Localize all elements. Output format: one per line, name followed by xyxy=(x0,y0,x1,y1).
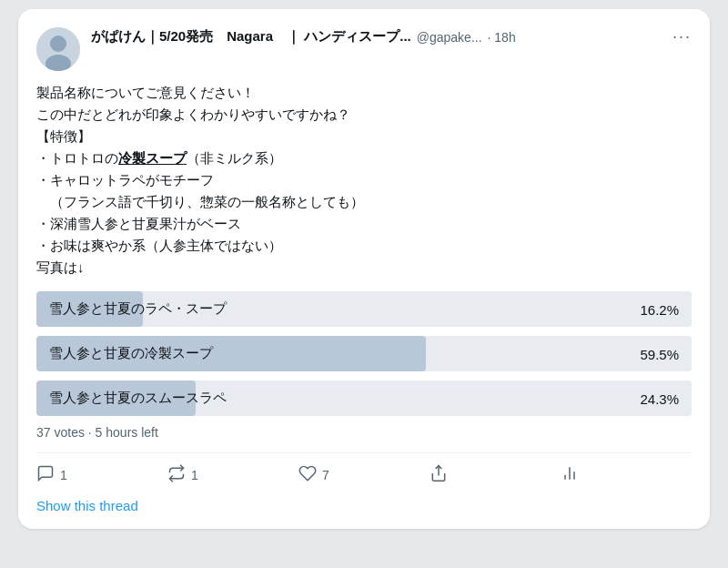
poll-option-2-percent: 59.5% xyxy=(640,346,679,361)
poll-meta: 37 votes · 5 hours left xyxy=(36,425,692,440)
reply-action[interactable]: 1 xyxy=(36,464,167,485)
retweet-count: 1 xyxy=(191,468,198,482)
tweet-actions: 1 1 7 xyxy=(36,452,692,485)
reply-icon xyxy=(36,464,55,485)
header-top: がぱけん｜5/20発売 Nagara ｜ ハンディスープ... @gapake.… xyxy=(91,27,692,46)
poll-option-3-percent: 24.3% xyxy=(640,390,679,406)
share-action[interactable] xyxy=(430,464,561,485)
reply-count: 1 xyxy=(60,468,67,482)
handle: @gapake... xyxy=(417,30,482,45)
svg-point-1 xyxy=(50,36,66,52)
poll-container: 雪人参と甘夏のラペ・スープ 16.2% 雪人参と甘夏の冷製スープ 59.5% 雪… xyxy=(36,291,692,416)
tweet-card: がぱけん｜5/20発売 Nagara ｜ ハンディスープ... @gapake.… xyxy=(18,9,710,529)
like-icon xyxy=(298,464,317,485)
more-button[interactable]: ··· xyxy=(672,27,692,46)
avatar xyxy=(36,27,80,71)
retweet-icon xyxy=(167,464,186,485)
like-action[interactable]: 7 xyxy=(298,464,430,485)
analytics-action[interactable] xyxy=(561,464,692,485)
share-icon xyxy=(430,464,448,485)
poll-option-1-label: 雪人参と甘夏のラペ・スープ xyxy=(49,300,227,316)
poll-option-3-label: 雪人参と甘夏のスムースラペ xyxy=(49,390,227,405)
poll-option-2-label: 雪人参と甘夏の冷製スープ xyxy=(49,345,213,360)
analytics-icon xyxy=(561,464,579,485)
show-thread-link[interactable]: Show this thread xyxy=(36,498,138,513)
poll-option-1-percent: 16.2% xyxy=(640,301,679,317)
poll-option-2[interactable]: 雪人参と甘夏の冷製スープ 59.5% xyxy=(36,336,692,371)
poll-option-1[interactable]: 雪人参と甘夏のラペ・スープ 16.2% xyxy=(36,291,692,327)
like-count: 7 xyxy=(322,468,329,482)
tweet-time: · 18h xyxy=(488,30,516,45)
poll-option-3[interactable]: 雪人参と甘夏のスムースラペ 24.3% xyxy=(36,380,692,416)
username: がぱけん｜5/20発売 Nagara ｜ ハンディスープ... xyxy=(91,28,411,46)
tweet-header: がぱけん｜5/20発売 Nagara ｜ ハンディスープ... @gapake.… xyxy=(36,27,692,71)
header-info: がぱけん｜5/20発売 Nagara ｜ ハンディスープ... @gapake.… xyxy=(91,27,692,46)
tweet-body: 製品名称についてご意見ください！ この中だとどれが印象よくわかりやすいですかね？… xyxy=(36,82,692,279)
retweet-action[interactable]: 1 xyxy=(167,464,298,485)
